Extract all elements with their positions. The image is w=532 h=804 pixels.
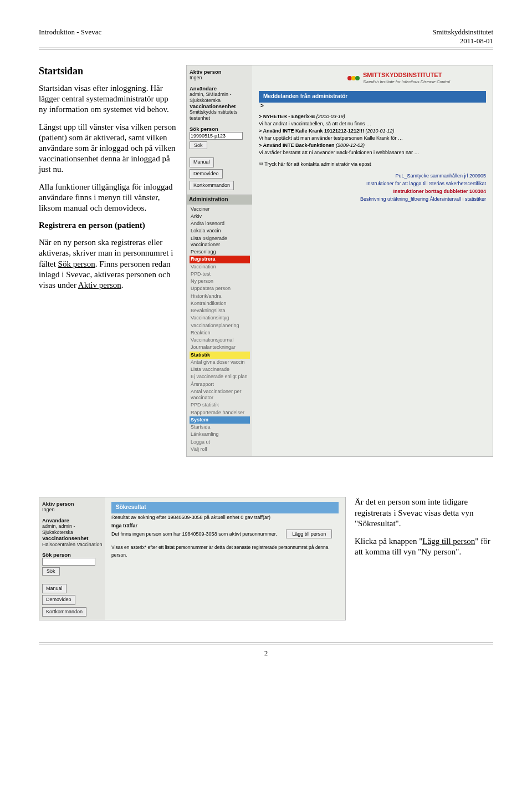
- sok-person-label: Sök person: [190, 126, 250, 132]
- nav-registrera[interactable]: Registrera: [190, 256, 250, 263]
- news-item: > Använd INTE Kalle Krank 19121212-1212!…: [259, 128, 486, 142]
- kortkommandon-button[interactable]: Kortkommandon: [42, 607, 86, 617]
- lagg-till-person-button[interactable]: Lägg till person: [286, 530, 332, 538]
- section1-subtitle: Registrera en person (patient): [39, 221, 145, 230]
- meddelanden-bar: Meddelanden från administratör: [259, 91, 486, 103]
- news-item: > Använd INTE Back-funktionen (2009-12-0…: [259, 142, 486, 156]
- news-item: > NYHETER - Engerix-B (2010-03-19)Vi har…: [259, 113, 486, 128]
- sok-person-label: Sök person: [42, 552, 103, 558]
- kortkommandon-button[interactable]: Kortkommandon: [190, 181, 234, 190]
- mail-icon: ✉: [259, 161, 263, 168]
- section1-p4: När en ny person ska registreras eller a…: [39, 237, 177, 291]
- manual-button[interactable]: Manual: [190, 157, 214, 167]
- right-notes: PuL_Samtycke sammanhållen jrl 200905 Ins…: [259, 172, 486, 203]
- startsidan-screenshot: Aktiv person Ingen Användare admin, SMIa…: [186, 65, 493, 457]
- anvandare-label: Användare: [42, 517, 103, 523]
- app-main: SMITTSKYDDSINSTITUTET Swedish Institute …: [252, 65, 493, 456]
- document-footer: 2: [39, 643, 493, 658]
- vaccinationsenhet-label: Vaccinationsenhet: [190, 103, 250, 109]
- news-list: > NYHETER - Engerix-B (2010-03-19)Vi har…: [259, 109, 486, 168]
- section1-text: Startsidan Startsidan visas efter inlogg…: [39, 65, 177, 297]
- smi-logo: SMITTSKYDDSINSTITUTET Swedish Institute …: [347, 71, 486, 85]
- app-main: Sökresultat Resultat av sökning efter 19…: [105, 497, 345, 620]
- aktiv-person-label: Aktiv person: [190, 69, 250, 75]
- nav-statistik[interactable]: Statistik: [190, 352, 250, 359]
- administration-header: Administration: [187, 195, 252, 205]
- app-sidebar: Aktiv person Ingen Användare admin, SMIa…: [187, 65, 252, 456]
- header-right: Smittskyddsinstitutet 2011-08-01: [432, 28, 493, 45]
- vaccinationsenhet-label: Vaccinationsenhet: [42, 535, 103, 541]
- search-result: Resultat av sökning efter 19840509-3058 …: [111, 513, 339, 559]
- sok-person-input[interactable]: [190, 132, 243, 140]
- aktiv-person-label: Aktiv person: [42, 501, 103, 507]
- app-sidebar: Aktiv person Ingen Användare admin, admi…: [39, 497, 105, 620]
- nav-system[interactable]: System: [190, 416, 250, 424]
- demovideo-button[interactable]: Demovideo: [190, 169, 223, 179]
- sok-person-input[interactable]: [42, 558, 95, 566]
- section1-title: Startsidan: [39, 65, 177, 78]
- demovideo-button[interactable]: Demovideo: [42, 595, 75, 604]
- sok-button[interactable]: Sök: [190, 141, 207, 150]
- right-column-text: Är det en person som inte tidigare regis…: [355, 497, 493, 564]
- page-number: 2: [264, 649, 268, 657]
- smi-logo-icon: [347, 76, 360, 80]
- sok-button[interactable]: Sök: [42, 567, 60, 576]
- header-left: Introduktion - Svevac: [39, 28, 101, 45]
- document-header: Introduktion - Svevac Smittskyddsinstitu…: [39, 28, 493, 49]
- mail-admin-link[interactable]: ✉ Tryck här för att kontakta administrat…: [259, 161, 486, 168]
- manual-button[interactable]: Manual: [42, 584, 66, 593]
- sokresultat-bar: Sökresultat: [111, 502, 339, 513]
- sokresultat-screenshot: Aktiv person Ingen Användare admin, admi…: [39, 497, 346, 620]
- anvandare-label: Användare: [190, 85, 250, 91]
- nav-administration: Vacciner Arkiv Ändra lösenord Lokala vac…: [190, 206, 250, 454]
